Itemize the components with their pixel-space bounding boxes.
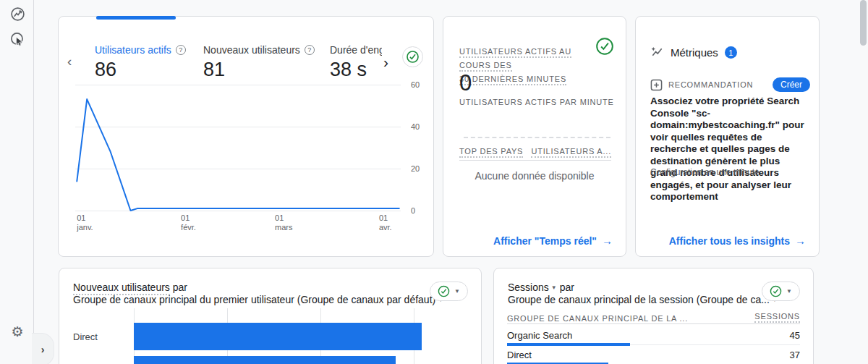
channel-cell: Direct (507, 350, 532, 360)
arrow-right-icon: → (602, 234, 613, 247)
per-minute-label: UTILISATEURS ACTIFS PAR MINUTE (459, 98, 614, 106)
metric-value: 86 (95, 59, 186, 81)
quality-dropdown-button[interactable]: ▼ (430, 282, 468, 301)
help-icon[interactable]: ? (176, 45, 186, 55)
recommendation-icon (650, 79, 663, 91)
x-axis-tick: 01févr. (181, 213, 196, 232)
view-realtime-link[interactable]: Afficher "Temps réel" → (493, 234, 613, 247)
column-header-dimension: GROUPE DE CANAUX PRINCIPAL DE LA ... (507, 314, 688, 323)
realtime-card: UTILISATEURS ACTIFS AU COURS DES 30 DERN… (443, 16, 626, 257)
realtime-title-line1[interactable]: UTILISATEURS ACTIFS AU COURS DES (459, 47, 571, 72)
metric-new-users: Nouveaux utilisateurs ? 81 (203, 44, 315, 81)
insights-count-badge: 1 (725, 46, 737, 59)
metric-tab-engagement[interactable]: Durée d'eng (330, 44, 382, 56)
bar-row: Organic Search (59, 356, 481, 364)
settings-gear-icon: ⚙ (11, 325, 23, 339)
link-label: Afficher tous les insights (669, 235, 790, 247)
active-users-last-30min-value: 0 (459, 70, 472, 96)
metrics-prev-button[interactable]: ‹ (67, 54, 72, 68)
chevron-left-icon: ‹ (67, 54, 72, 69)
nav-admin-button[interactable]: ⚙ (9, 323, 25, 339)
gridline (75, 211, 401, 211)
metric-value: 81 (203, 59, 315, 81)
title-suffix: par (560, 282, 574, 293)
left-nav-sidebar: ⚙ (0, 0, 34, 364)
caret-down-icon: ▼ (786, 288, 792, 295)
new-users-by-channel-card: Nouveaux utilisateurs par Groupe de cana… (59, 268, 482, 364)
metric-engagement-duration: Durée d'eng 38 s (330, 44, 382, 81)
caret-down-icon: ▼ (549, 284, 557, 291)
reports-icon (10, 7, 25, 22)
caret-down-icon: ▼ (454, 288, 460, 295)
scrollbar-thumb[interactable] (860, 0, 867, 46)
active-users-line-chart (75, 80, 401, 211)
realtime-title-line2[interactable]: 30 DERNIÈRES MINUTES (459, 75, 566, 85)
empty-state-message: Aucune donnée disponible (443, 170, 626, 182)
realtime-title: UTILISATEURS ACTIFS AU COURS DES 30 DERN… (459, 44, 590, 85)
create-button[interactable]: Créer (773, 77, 810, 92)
insights-card: Métriques 1 RECOMMANDATION Créer Associe… (635, 16, 820, 257)
bar[interactable] (134, 356, 396, 364)
help-icon[interactable]: ? (305, 45, 315, 55)
dimension-name: Groupe de canaux principal de la session… (508, 294, 770, 305)
line-series (77, 99, 399, 211)
column-header-sessions[interactable]: SESSIONS (754, 312, 800, 323)
check-circle-icon (595, 37, 614, 56)
y-axis-tick: 20 (411, 164, 428, 173)
x-axis-tick: 01mars (275, 213, 292, 232)
ga-home-page: ⚙ › ‹ Utilisateurs actifs ? 86 Nouveaux … (0, 0, 868, 364)
table-row[interactable]: Direct 37 (507, 345, 800, 364)
channel-cell: Organic Search (507, 330, 572, 341)
sidebar-expand-button[interactable]: › (32, 333, 54, 364)
dimension-name: Groupe de canaux principal du premier ut… (73, 294, 435, 305)
top-countries-header[interactable]: TOP DES PAYS (459, 147, 523, 158)
x-axis-tick: 01avr. (379, 213, 392, 232)
metric-active-users: Utilisateurs actifs ? 86 (95, 44, 186, 81)
view-all-insights-link[interactable]: Afficher tous les insights → (669, 234, 806, 247)
setup-note: Configuration en une minute (650, 167, 760, 177)
recommendation-text: Associez votre propriété Search Console … (650, 96, 808, 203)
metric-value: 38 s (330, 59, 382, 81)
quality-dropdown-button[interactable]: ▼ (762, 282, 800, 301)
y-axis-tick: 40 (411, 122, 428, 131)
explore-icon (10, 32, 25, 47)
y-axis-tick: 0 (411, 206, 428, 215)
metric-tab-new-users[interactable]: Nouveaux utilisateurs ? (203, 44, 315, 56)
card-title: Nouveaux utilisateurs par Groupe de cana… (73, 282, 443, 306)
arrow-right-icon: → (795, 234, 806, 247)
dimension-selector[interactable]: Groupe de canaux principal du premier ut… (73, 294, 443, 305)
active-users-header[interactable]: UTILISATEURS A... (531, 147, 611, 158)
metric-label: Utilisateurs actifs (95, 44, 171, 56)
card-title: Sessions▼ par Groupe de canaux principal… (508, 282, 778, 306)
chevron-right-icon: › (383, 54, 388, 70)
overview-metrics-card: ‹ Utilisateurs actifs ? 86 Nouveaux util… (58, 16, 434, 257)
check-circle-icon (438, 285, 450, 297)
active-metric-tab-indicator (96, 16, 176, 20)
sessions-by-channel-card: Sessions▼ par Groupe de canaux principal… (493, 268, 814, 364)
data-quality-button[interactable] (402, 46, 423, 67)
bar-row: Direct (59, 323, 481, 350)
x-axis-tick: 01janv. (77, 213, 93, 232)
check-circle-icon (770, 285, 782, 297)
metrics-insights-icon (650, 46, 664, 59)
metric-label: Durée d'eng (330, 44, 382, 56)
nav-explore-button[interactable] (9, 31, 25, 47)
check-circle-icon (406, 50, 420, 64)
insights-title: Métriques (671, 46, 718, 59)
nav-reports-button[interactable] (9, 6, 25, 22)
metric-tab-active-users[interactable]: Utilisateurs actifs ? (95, 44, 186, 56)
sessions-value-cell: 37 (790, 350, 800, 360)
link-label: Afficher "Temps réel" (493, 235, 597, 247)
y-axis-tick: 60 (411, 80, 428, 89)
metric-name: Sessions (508, 282, 549, 293)
bar-category-label: Direct (73, 331, 98, 342)
sessions-value-cell: 45 (790, 330, 800, 341)
table-divider (507, 323, 800, 324)
bar[interactable] (134, 323, 422, 350)
table-row[interactable]: Organic Search 45 (507, 326, 800, 345)
dimension-selector[interactable]: Groupe de canaux principal de la session… (508, 294, 778, 305)
title-suffix: par (173, 282, 187, 293)
metric-selector[interactable]: Sessions▼ (508, 282, 560, 293)
metrics-next-button[interactable]: › (383, 54, 388, 69)
recommendation-label: RECOMMANDATION (668, 80, 767, 89)
